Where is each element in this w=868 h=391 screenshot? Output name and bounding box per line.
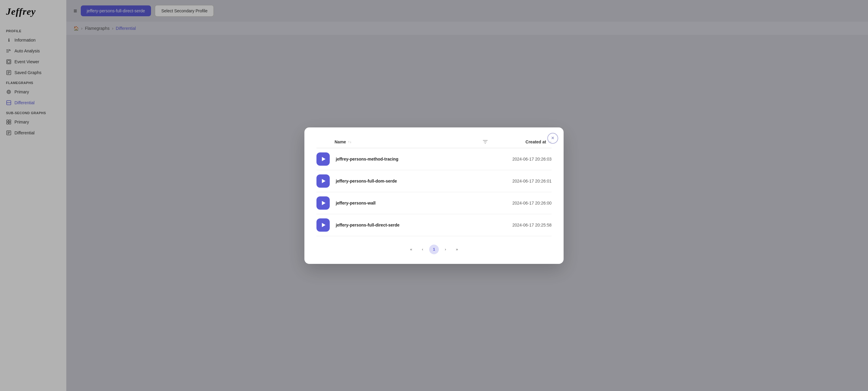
play-button-1[interactable] [316, 174, 330, 188]
filter-icon[interactable] [479, 139, 491, 144]
table-row: jeffery-persons-full-dom-serde 2024-06-1… [316, 170, 552, 192]
row-created-3: 2024-06-17 20:25:58 [491, 223, 552, 227]
page-prev-button[interactable]: ‹ [418, 245, 427, 254]
play-triangle-3 [322, 223, 326, 227]
col-created-header: Created at ↑↓ [491, 139, 552, 144]
page-first-button[interactable]: « [406, 245, 416, 254]
row-created-1: 2024-06-17 20:26:01 [491, 178, 552, 184]
page-last-button[interactable]: » [452, 245, 462, 254]
table-body: jeffrey-persons-method-tracing 2024-06-1… [316, 148, 552, 236]
row-name-1: jeffery-persons-full-dom-serde [330, 178, 491, 184]
table-row: jeffery-persons-wall 2024-06-17 20:26:00 [316, 192, 552, 214]
row-created-2: 2024-06-17 20:26:00 [491, 201, 552, 205]
modal-overlay: × Name ↑↓ Created at ↑↓ jeffrey-persons-… [0, 0, 868, 391]
row-name-3: jeffery-persons-full-direct-serde [330, 223, 491, 227]
page-next-button[interactable]: › [441, 245, 450, 254]
play-button-2[interactable] [316, 196, 330, 210]
play-triangle-0 [322, 157, 326, 161]
row-name-0: jeffrey-persons-method-tracing [330, 157, 491, 161]
row-created-0: 2024-06-17 20:26:03 [491, 157, 552, 161]
row-name-2: jeffery-persons-wall [330, 201, 491, 205]
modal: × Name ↑↓ Created at ↑↓ jeffrey-persons-… [304, 127, 564, 264]
table-header: Name ↑↓ Created at ↑↓ [316, 139, 552, 148]
pagination: « ‹ 1 › » [316, 245, 552, 254]
name-sort-icon[interactable]: ↑↓ [348, 140, 351, 144]
table-row: jeffrey-persons-method-tracing 2024-06-1… [316, 148, 552, 170]
play-button-0[interactable] [316, 153, 330, 166]
table-row: jeffery-persons-full-direct-serde 2024-0… [316, 214, 552, 236]
modal-close-button[interactable]: × [547, 133, 558, 144]
page-current-button[interactable]: 1 [429, 245, 439, 254]
play-button-3[interactable] [316, 218, 330, 232]
col-name-header: Name ↑↓ [316, 139, 479, 144]
play-triangle-2 [322, 201, 326, 205]
play-triangle-1 [322, 179, 326, 183]
